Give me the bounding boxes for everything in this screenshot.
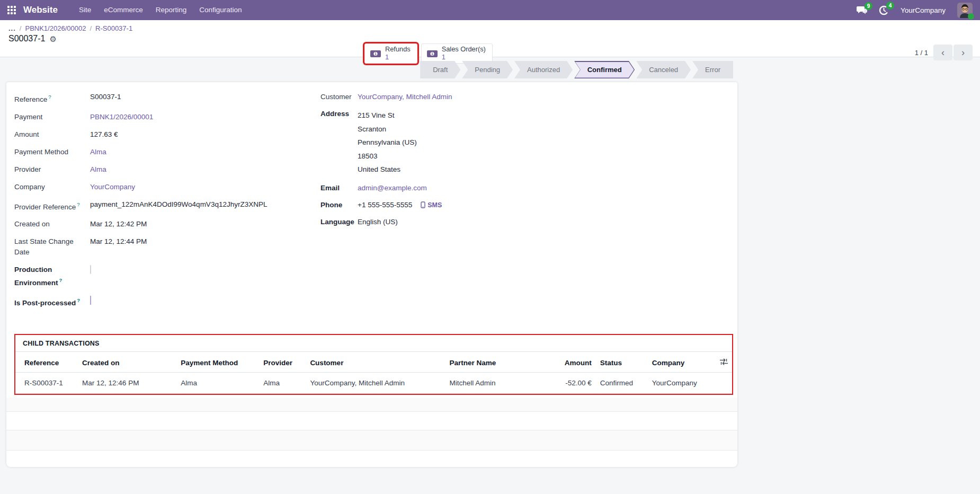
column-provider[interactable]: Provider (259, 352, 306, 373)
field-language: Language English (US) (320, 217, 733, 227)
chevron-right-icon: › (961, 48, 965, 57)
status-step-draft[interactable]: Draft (420, 61, 460, 78)
field-address: Address 215 Vine St Scranton Pennsylvani… (320, 109, 733, 177)
table-header-row: Reference Created on Payment Method Prov… (15, 352, 732, 373)
company-link[interactable]: YourCompany (90, 182, 313, 192)
status-step-authorized[interactable]: Authorized (514, 61, 573, 78)
column-amount[interactable]: Amount (544, 352, 596, 373)
menu-reporting[interactable]: Reporting (149, 0, 193, 20)
breadcrumb-item-payment[interactable]: PBNK1/2026/00002 (25, 24, 86, 32)
empty-row (6, 451, 737, 467)
cell-status: Confirmed (596, 373, 648, 394)
column-company[interactable]: Company (648, 352, 712, 373)
pager-previous-button[interactable]: ‹ (933, 45, 952, 60)
menu-ecommerce[interactable]: eCommerce (97, 0, 149, 20)
stat-button-box: 1 Refunds 1 1 Sales Order(s) 1 (364, 43, 493, 64)
sales-orders-stat-button[interactable]: 1 Sales Order(s) 1 (421, 43, 493, 64)
field-amount: Amount 127.63 € (14, 129, 313, 140)
sms-button[interactable]: SMS (421, 201, 442, 209)
child-transactions-table: Reference Created on Payment Method Prov… (15, 352, 732, 394)
is-post-processed-checkbox[interactable] (90, 296, 91, 305)
apps-grid-icon[interactable] (7, 6, 16, 14)
page-title: S00037-1 (8, 34, 45, 43)
field-provider-reference: Provider Reference? payment_122mAnK4DOdI… (14, 199, 313, 213)
user-avatar[interactable] (957, 3, 973, 18)
status-step-pending[interactable]: Pending (462, 61, 513, 78)
company-switcher[interactable]: YourCompany (901, 6, 946, 14)
field-label: Reference (14, 95, 47, 103)
pager: 1 / 1 ‹ › (915, 45, 973, 60)
status-step-confirmed[interactable]: Confirmed (574, 61, 635, 78)
phone-link[interactable]: +1 555-555-5555 (358, 200, 412, 210)
help-icon: ? (59, 277, 63, 283)
column-reference[interactable]: Reference (15, 352, 78, 373)
field-company: Company YourCompany (14, 182, 313, 192)
address-zip: 18503 (358, 149, 417, 163)
field-label: Provider Reference (14, 202, 76, 210)
production-environment-checkbox[interactable] (90, 265, 91, 274)
last-state-change-value: Mar 12, 12:44 PM (90, 236, 313, 258)
field-group-left: Reference? S00037-1 Payment PBNK1/2026/0… (14, 92, 313, 315)
phone-icon (421, 201, 425, 208)
app-name-website[interactable]: Website (23, 5, 58, 15)
messages-icon[interactable]: 9 (857, 6, 867, 15)
help-icon: ? (77, 201, 79, 207)
provider-link[interactable]: Alma (90, 164, 313, 175)
address-street: 215 Vine St (358, 109, 417, 122)
field-label: Production Environment (14, 266, 58, 287)
cell-payment-method: Alma (176, 373, 259, 394)
refunds-stat-button[interactable]: 1 Refunds 1 (364, 43, 417, 64)
column-created-on[interactable]: Created on (78, 352, 176, 373)
menu-configuration[interactable]: Configuration (193, 0, 248, 20)
field-last-state-change: Last State Change Date Mar 12, 12:44 PM (14, 236, 313, 258)
pager-next-button[interactable]: › (954, 45, 973, 60)
column-customer[interactable]: Customer (306, 352, 445, 373)
gear-icon[interactable]: ⚙ (49, 35, 56, 43)
email-link[interactable]: admin@example.com (358, 183, 427, 193)
cell-amount: -52.00 € (544, 373, 596, 394)
field-label: Company (14, 182, 90, 192)
child-transactions-section: CHILD TRANSACTIONS Reference Created on … (14, 334, 733, 395)
refunds-label: Refunds (385, 46, 411, 54)
status-step-canceled[interactable]: Canceled (636, 61, 691, 78)
cell-partner-name: Mitchell Admin (446, 373, 544, 394)
reference-value: S00037-1 (90, 92, 313, 105)
sales-orders-count: 1 (442, 54, 486, 61)
empty-row (6, 430, 737, 451)
column-payment-method[interactable]: Payment Method (176, 352, 259, 373)
pager-counter[interactable]: 1 / 1 (915, 49, 928, 57)
customer-link[interactable]: YourCompany, Mitchell Admin (358, 92, 452, 102)
sales-orders-label: Sales Order(s) (442, 46, 486, 54)
payment-method-link[interactable]: Alma (90, 147, 313, 157)
field-provider: Provider Alma (14, 164, 313, 175)
sms-label: SMS (427, 201, 442, 209)
child-transactions-title: CHILD TRANSACTIONS (15, 335, 732, 352)
breadcrumb-separator: / (20, 24, 22, 32)
address-country: United States (358, 163, 417, 177)
status-step-confirmed-label: Confirmed (575, 62, 634, 78)
field-label: Payment Method (14, 147, 90, 157)
column-partner-name[interactable]: Partner Name (446, 352, 544, 373)
field-label: Email (320, 183, 358, 193)
activities-icon[interactable]: 4 (879, 5, 889, 15)
cell-provider: Alma (259, 373, 306, 394)
field-label: Amount (14, 129, 90, 140)
status-step-error[interactable]: Error (692, 61, 733, 78)
child-transaction-row[interactable]: R-S00037-1 Mar 12, 12:46 PM Alma Alma Yo… (15, 373, 732, 394)
adjust-columns-icon[interactable] (720, 358, 728, 365)
cell-company: YourCompany (648, 373, 712, 394)
field-label: Provider (14, 164, 90, 175)
address-state: Pennsylvania (US) (358, 136, 417, 149)
address-city: Scranton (358, 122, 417, 136)
field-payment: Payment PBNK1/2026/00001 (14, 112, 313, 122)
breadcrumb: ... / PBNK1/2026/00002 / R-S00037-1 (8, 24, 972, 32)
online-status-dot (968, 13, 974, 20)
banknote-icon: 1 (426, 50, 438, 58)
payment-link[interactable]: PBNK1/2026/00001 (90, 112, 313, 122)
menu-site[interactable]: Site (73, 0, 97, 20)
breadcrumb-collapse[interactable]: ... (8, 24, 16, 32)
field-created-on: Created on Mar 12, 12:42 PM (14, 219, 313, 230)
breadcrumb-item-refund[interactable]: R-S00037-1 (95, 24, 132, 32)
column-status[interactable]: Status (596, 352, 648, 373)
field-label: Is Post-processed (14, 298, 76, 306)
